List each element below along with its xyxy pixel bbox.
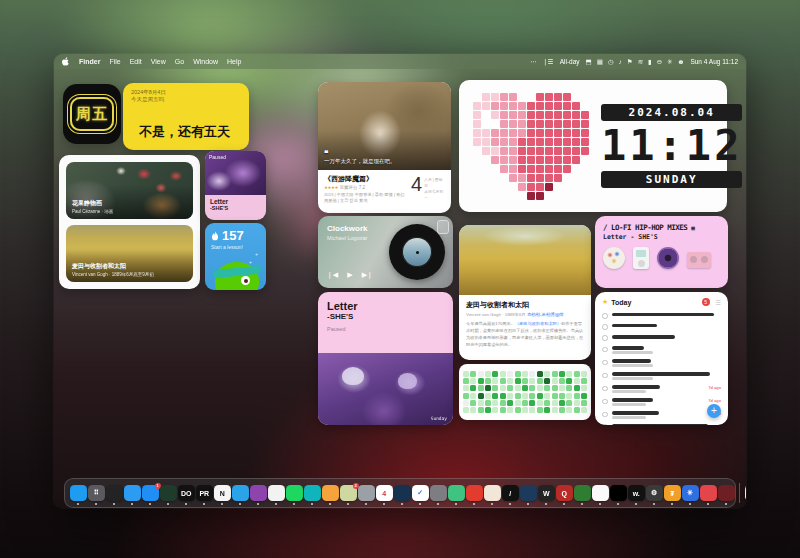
dock-icon-app-cream[interactable] xyxy=(484,485,501,502)
lofi-playlist-widget[interactable]: / LO-FI HIP-HOP MIXES ▦ Letter - SHE'S xyxy=(595,216,728,288)
spotlight-icon[interactable]: ✳ xyxy=(667,58,672,66)
dock-icon-photos[interactable] xyxy=(592,485,609,502)
dock-icon-app-redface[interactable] xyxy=(700,485,717,502)
dock-icon-telegram[interactable] xyxy=(232,485,249,502)
friday-countdown-widget[interactable]: 2024年8月4日今天是周五吗 不是，还有五天 xyxy=(123,83,249,150)
dock-icon-reminders[interactable]: ✓ xyxy=(412,485,429,502)
dock-icon-vscode[interactable] xyxy=(124,485,141,502)
flag-icon[interactable]: ⚑ xyxy=(627,58,633,66)
contribution-grid-widget[interactable] xyxy=(459,364,591,420)
dock-icon-app-blue-snow[interactable]: ✳ xyxy=(682,485,699,502)
dock-icon-launchpad[interactable]: ⠿ xyxy=(88,485,105,502)
grid-icon[interactable]: ▦ xyxy=(597,58,603,66)
dock-icon-finder[interactable] xyxy=(70,485,87,502)
dock-icon-app-black[interactable] xyxy=(610,485,627,502)
art-tile[interactable]: 麦田与收割者和太阳Vincent van Gogh · 1889年6月底至9月初 xyxy=(66,225,193,282)
dock-icon-youtube[interactable] xyxy=(466,485,483,502)
painting-link[interactable]: 《麦田与收割者和太阳》 xyxy=(515,321,561,326)
display-icon[interactable]: ⬒ xyxy=(586,58,592,66)
artwork-info-widget[interactable]: 麦田与收割者和太阳 Vincent van Gogh · 1889年6月 克勒勒… xyxy=(459,225,591,360)
dock-icon-calendar[interactable]: 4 xyxy=(376,485,393,502)
dock-icon-do-app[interactable]: DO xyxy=(178,485,195,502)
dock-icon-app-olive[interactable]: 2 xyxy=(340,485,357,502)
menu-file[interactable]: File xyxy=(109,58,120,65)
menu-edit[interactable]: Edit xyxy=(130,58,142,65)
todo-item[interactable] xyxy=(602,357,721,370)
art-tile[interactable]: 花果静物画Paul Cézanne · 油画 xyxy=(66,162,193,219)
todo-checkbox[interactable] xyxy=(602,347,608,353)
dock-icon-w-app[interactable]: W xyxy=(538,485,555,502)
todo-checkbox[interactable] xyxy=(602,386,608,392)
dock-icon-tether[interactable]: ₮ xyxy=(664,485,681,502)
menubar-allday-label[interactable]: All-day xyxy=(560,58,580,65)
dock-icon-app-dark[interactable] xyxy=(106,485,123,502)
menu-go[interactable]: Go xyxy=(175,58,184,65)
todo-item[interactable] xyxy=(602,421,721,425)
todo-checkbox[interactable] xyxy=(602,335,608,341)
menu-view[interactable]: View xyxy=(151,58,166,65)
todo-checkbox[interactable] xyxy=(602,399,608,405)
movie-of-the-day-widget[interactable]: ❝ 一万年太久了，就是现在吧。 《西游降魔篇》 ★★★★ 豆瓣评分 7.2 20… xyxy=(318,82,451,213)
dock-icon-shield-app[interactable] xyxy=(574,485,591,502)
dock-icon-app-darkgreen[interactable] xyxy=(160,485,177,502)
dock-icon-app-gray[interactable] xyxy=(358,485,375,502)
dock-icon-app-darkred[interactable] xyxy=(718,485,735,502)
streak-widget[interactable]: 157 Start a lesson! + + xyxy=(205,223,266,290)
todo-checkbox[interactable] xyxy=(602,424,608,425)
todo-checkbox[interactable] xyxy=(602,313,608,319)
music-icon[interactable]: ♪ xyxy=(619,58,622,66)
art-gallery-widget[interactable]: 花果静物画Paul Cézanne · 油画麦田与收割者和太阳Vincent v… xyxy=(59,155,200,289)
wifi-icon[interactable]: ≋ xyxy=(638,58,643,66)
dock-icon-wword-app[interactable]: w. xyxy=(628,485,645,502)
museum-link[interactable]: 克勒勒-米勒博物馆 xyxy=(527,312,564,317)
next-track-button[interactable]: ▶❘ xyxy=(362,271,373,279)
dock-icon-pr-app[interactable]: PR xyxy=(196,485,213,502)
dock-icon-homepod[interactable] xyxy=(322,485,339,502)
todo-item[interactable] xyxy=(602,344,721,357)
todo-checkbox[interactable] xyxy=(602,324,608,330)
todo-item[interactable]: 7d ago xyxy=(602,395,721,408)
previous-track-button[interactable]: ❘◀ xyxy=(327,271,338,279)
dock-icon-slash-app[interactable]: / xyxy=(502,485,519,502)
play-button[interactable]: ▶ xyxy=(347,271,352,279)
dock-icon-app-mint[interactable] xyxy=(448,485,465,502)
todo-menu-icon[interactable]: ☰ xyxy=(716,299,721,306)
pixel-clock-widget[interactable]: 2024.08.04 11:12 SUNDAY xyxy=(459,80,727,212)
dock-icon-podcasts[interactable] xyxy=(250,485,267,502)
todo-item[interactable]: 7d ago xyxy=(602,382,721,395)
menu-window[interactable]: Window xyxy=(193,58,218,65)
todo-checkbox[interactable] xyxy=(602,412,608,418)
todo-item[interactable] xyxy=(602,370,721,383)
todo-checkbox[interactable] xyxy=(602,360,608,366)
dock-icon-office[interactable] xyxy=(520,485,537,502)
battery-icon[interactable]: ▮ xyxy=(648,58,652,66)
menu-finder[interactable]: Finder xyxy=(79,58,100,65)
dock-icon-notion[interactable]: N xyxy=(214,485,231,502)
dock-icon-app-navy[interactable] xyxy=(394,485,411,502)
user-icon[interactable]: ☻ xyxy=(678,58,685,66)
dock-icon-spotify[interactable] xyxy=(286,485,303,502)
now-playing-widget[interactable]: Letter -SHE'S Paused Sunday xyxy=(318,292,453,425)
clock-icon[interactable]: ◷ xyxy=(608,58,614,66)
todo-item[interactable] xyxy=(602,310,721,321)
todo-checkbox[interactable] xyxy=(602,373,608,379)
apple-logo[interactable] xyxy=(62,57,70,66)
dock-icon-settings[interactable]: ⚙ xyxy=(646,485,663,502)
todo-item[interactable] xyxy=(602,332,721,343)
dock-icon-app-teal[interactable] xyxy=(304,485,321,502)
todo-list-widget[interactable]: ★ Today 5 ☰ 7d ago7d ago7d ago + xyxy=(595,292,728,425)
mini-music-widget[interactable]: Paused Letter -SHE'S xyxy=(205,151,266,220)
todo-item[interactable]: 7d ago xyxy=(602,408,721,421)
list-icon[interactable]: ❘☰ xyxy=(542,58,553,66)
dock-icon-app-white[interactable] xyxy=(268,485,285,502)
dock-icon-mail[interactable]: 1 xyxy=(142,485,159,502)
dock-icon-clipboard[interactable]: ▤ xyxy=(745,485,747,502)
add-task-button[interactable]: + xyxy=(707,404,721,418)
menu-help[interactable]: Help xyxy=(227,58,241,65)
dock-icon-app-slate[interactable] xyxy=(430,485,447,502)
overflow-icon[interactable]: ⋯ xyxy=(530,58,537,66)
dock-icon-quora[interactable]: Q xyxy=(556,485,573,502)
todo-item[interactable] xyxy=(602,321,721,332)
friday-app-icon[interactable]: 周五 xyxy=(63,84,121,144)
menubar-clock[interactable]: Sun 4 Aug 11:12 xyxy=(690,58,738,65)
